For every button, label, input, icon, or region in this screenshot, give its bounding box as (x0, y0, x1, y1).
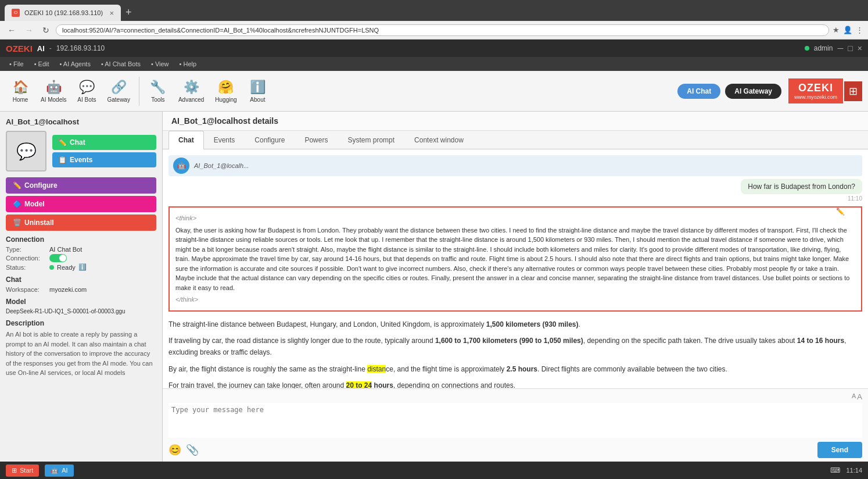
tab-events[interactable]: Events (204, 131, 245, 149)
message-input[interactable] (168, 403, 862, 438)
toolbar-ai-models[interactable]: 🤖 AI Models (36, 77, 71, 106)
connection-label: Connection: (6, 255, 46, 262)
minimize-button[interactable]: ─ (837, 44, 843, 53)
browser-chrome: O OZEKI 10 (192.168.93.110) × + (0, 0, 868, 21)
tab-close-icon[interactable]: × (109, 9, 114, 17)
toolbar-tools[interactable]: 🔧 Tools (144, 77, 173, 106)
home-icon: 🏠 (13, 80, 28, 95)
toolbar-advanced[interactable]: ⚙️ Advanced (174, 77, 209, 106)
toolbar-home[interactable]: 🏠 Home (6, 77, 35, 106)
toolbar-ai-bots[interactable]: 💬 AI Bots (72, 77, 101, 106)
chat-section-title: Chat (6, 276, 156, 284)
tab-configure[interactable]: Configure (245, 131, 295, 149)
events-nav-icon: 📋 (58, 156, 67, 164)
tab-powers[interactable]: Powers (295, 131, 338, 149)
ozeki-logo: OZEKI (6, 44, 33, 53)
toolbar-hugging[interactable]: 🤗 Hugging (210, 77, 242, 106)
think-open-tag: <think> (175, 213, 855, 223)
sidebar-avatar: 💬 (6, 131, 46, 171)
toolbar-about[interactable]: ℹ️ About (243, 77, 272, 106)
url-box[interactable]: localhost:9520/AI/?a=connection_details&… (56, 24, 829, 36)
ozeki-brand: OZEKI www.myozeki.com (788, 78, 843, 103)
menu-ai-chat-bots[interactable]: • AI Chat Bots (96, 59, 145, 69)
start-icon: ⊞ (12, 467, 17, 474)
tools-icon: 🔧 (150, 80, 166, 95)
main-toolbar: 🏠 Home 🤖 AI Models 💬 AI Bots 🔗 Gateway 🔧… (0, 71, 868, 112)
description-section-title: Description (6, 319, 156, 327)
tab-favicon: O (12, 9, 20, 17)
tab-system-prompt[interactable]: System prompt (338, 131, 404, 149)
browser-tab[interactable]: O OZEKI 10 (192.168.93.110) × (5, 5, 121, 21)
uninstall-nav-button[interactable]: 🗑️ Uninstall (6, 215, 156, 231)
emoji-button[interactable]: 😊 (168, 444, 181, 456)
menu-ai-agents[interactable]: • AI Agents (55, 59, 95, 69)
workspace-value: myozeki.com (49, 286, 87, 293)
reload-button[interactable]: ↻ (40, 24, 52, 36)
font-size-label: A (852, 392, 856, 401)
new-tab-icon[interactable]: + (121, 6, 137, 19)
chat-nav-button[interactable]: ✏️ Chat (52, 135, 156, 150)
ai-chat-button[interactable]: AI Chat (677, 84, 720, 99)
ai-label: AI (37, 44, 45, 53)
tools-label: Tools (151, 96, 164, 103)
send-button[interactable]: Send (817, 442, 862, 458)
answer-line-2: If traveling by car, the road distance i… (168, 335, 862, 359)
address-bar: ← → ↻ localhost:9520/AI/?a=connection_de… (0, 21, 868, 40)
toolbar-divider (139, 77, 139, 106)
answer-content: The straight-line distance between Budap… (168, 316, 862, 389)
model-nav-icon: 🔷 (13, 200, 21, 208)
workspace-label: Workspace: (6, 286, 46, 293)
edit-icon[interactable]: ✏️ (836, 208, 845, 216)
answer-line-3: By air, the flight distance is roughly t… (168, 363, 862, 375)
start-button[interactable]: ⊞ Start (6, 464, 39, 477)
gateway-label: Gateway (107, 96, 130, 103)
input-toolbar: 😊 📎 Send (168, 442, 862, 458)
model-nav-button[interactable]: 🔷 Model (6, 196, 156, 212)
events-nav-button[interactable]: 📋 Events (52, 152, 156, 167)
bookmark-icon[interactable]: ★ (833, 26, 840, 34)
user-question-bubble: How far is Budapest from London? (741, 179, 862, 194)
configure-nav-button[interactable]: ✏️ Configure (6, 177, 156, 194)
think-content: Okay, the user is asking how far Budapes… (175, 226, 855, 293)
model-name-value: DeepSeek-R1-UD-IQ1_S-00001-of-00003.ggu (6, 308, 156, 314)
attach-button[interactable]: 📎 (186, 444, 199, 456)
type-value: AI Chat Bot (49, 246, 82, 253)
tab-chat[interactable]: Chat (168, 131, 204, 149)
ai-bots-icon: 💬 (79, 80, 95, 95)
hugging-label: Hugging (215, 96, 236, 103)
ai-response-row: <think> Okay, the user is asking how far… (168, 206, 862, 388)
menu-edit[interactable]: • Edit (30, 59, 54, 69)
connection-toggle[interactable] (49, 254, 67, 262)
main-panel: AI_Bot_1@localhost details Chat Events C… (163, 112, 868, 462)
tab-context-window[interactable]: Context window (404, 131, 474, 149)
ai-status-button[interactable]: 🤖 AI (45, 464, 73, 477)
home-label: Home (13, 96, 28, 103)
toolbar-gateway[interactable]: 🔗 Gateway (102, 77, 134, 106)
ai-gateway-button[interactable]: AI Gateway (725, 84, 781, 99)
think-close-tag: </think> (175, 295, 855, 305)
back-button[interactable]: ← (5, 24, 19, 36)
menu-view[interactable]: • View (146, 59, 174, 69)
menu-file[interactable]: • File (5, 59, 28, 69)
menu-help[interactable]: • Help (175, 59, 202, 69)
status-info-icon[interactable]: ℹ️ (78, 263, 87, 271)
about-label: About (250, 96, 265, 103)
tab-title: OZEKI 10 (192.168.93.110) (24, 9, 105, 16)
ai-models-icon: 🤖 (46, 80, 62, 95)
user-timestamp: 11:10 (741, 195, 862, 202)
status-label: Status: (6, 264, 46, 271)
forward-button[interactable]: → (22, 24, 36, 36)
about-icon: ℹ️ (250, 80, 266, 95)
tabs-bar: Chat Events Configure Powers System prom… (163, 131, 868, 149)
close-button[interactable]: × (858, 44, 862, 53)
advanced-icon: ⚙️ (184, 80, 199, 95)
answer-line-1: The straight-line distance between Budap… (168, 319, 862, 330)
keyboard-icon: ⌨ (830, 466, 840, 474)
chat-messages[interactable]: 🤖 AI_Bot_1@localh... How far is Budapest… (163, 149, 868, 388)
maximize-button[interactable]: □ (848, 44, 852, 53)
hugging-icon: 🤗 (218, 80, 234, 95)
menu-dots-icon[interactable]: ⋮ (856, 26, 863, 34)
admin-dot (805, 46, 809, 51)
chat-nav-icon: ✏️ (58, 138, 67, 146)
profile-icon[interactable]: 👤 (843, 26, 852, 34)
